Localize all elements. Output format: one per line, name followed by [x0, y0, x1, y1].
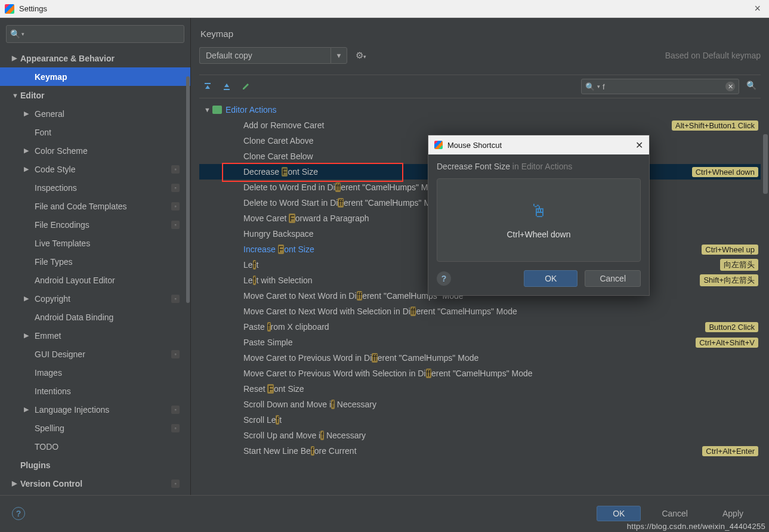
chevron-icon: ▶: [24, 165, 35, 173]
content-scrollbar[interactable]: [763, 134, 768, 194]
sidebar-item-label: Version Control: [20, 479, 171, 488]
chevron-down-icon[interactable]: ▼: [331, 47, 347, 64]
chevron-icon: ▶: [24, 332, 35, 339]
sidebar-item-file-types[interactable]: File Types: [0, 252, 190, 271]
sidebar-item-version-control[interactable]: ▶Version Control▫: [0, 474, 190, 493]
sidebar-item-appearance-behavior[interactable]: ▶Appearance & Behavior: [0, 49, 190, 67]
app-logo-icon: [434, 141, 443, 149]
sidebar-item-images[interactable]: Images: [0, 363, 190, 382]
edit-icon[interactable]: [240, 81, 252, 92]
shortcut-badge: Ctrl+Wheel down: [692, 167, 758, 177]
chevron-icon: ▶: [24, 406, 35, 413]
sidebar-item-general[interactable]: ▶General: [0, 104, 190, 123]
chevron-icon: ▶: [12, 54, 20, 62]
search-icon: 🔍: [10, 29, 20, 39]
dialog-ok-button[interactable]: OK: [524, 270, 577, 287]
sidebar-item-gui-designer[interactable]: GUI Designer▫: [0, 345, 190, 363]
sidebar-item-color-scheme[interactable]: ▶Color Scheme: [0, 141, 190, 160]
sidebar-item-intentions[interactable]: Intentions: [0, 382, 190, 400]
sidebar-item-inspections[interactable]: Inspections▫: [0, 178, 190, 197]
shortcut-badge: 向左箭头: [720, 259, 758, 271]
action-row[interactable]: Scroll Left: [199, 412, 761, 428]
ok-button[interactable]: OK: [597, 506, 641, 521]
sidebar-item-todo[interactable]: TODO: [0, 437, 190, 456]
sidebar-item-spelling[interactable]: Spelling▫: [0, 419, 190, 437]
sidebar-scrollbar[interactable]: [186, 76, 190, 303]
sidebar-item-label: Plugins: [20, 460, 190, 470]
settings-tree[interactable]: ▶Appearance & BehaviorKeymap▼Editor▶Gene…: [0, 47, 190, 495]
sidebar-item-android-data-binding[interactable]: Android Data Binding: [0, 308, 190, 326]
watermark-text: https://blog.csdn.net/weixin_44404255: [627, 522, 765, 531]
chevron-icon: ▶: [12, 480, 20, 487]
find-by-shortcut-icon[interactable]: 🔍: [746, 81, 758, 92]
action-row[interactable]: Add or Remove CaretAlt+Shift+Button1 Cli…: [199, 117, 761, 133]
sidebar-item-label: File Encodings: [35, 220, 171, 230]
sidebar-item-language-injections[interactable]: ▶Language Injections▫: [0, 400, 190, 419]
sidebar-item-file-and-code-templates[interactable]: File and Code Templates▫: [0, 197, 190, 215]
chevron-icon: ▼: [12, 92, 20, 99]
based-on-label: Based on Default keymap: [665, 51, 761, 60]
sidebar-item-label: TODO: [35, 442, 190, 451]
chevron-down-icon: ▾: [597, 83, 600, 89]
svg-marker-1: [205, 85, 210, 89]
expand-all-icon[interactable]: [202, 81, 214, 92]
settings-search-input[interactable]: 🔍 ▾: [6, 25, 184, 43]
app-logo-icon: [5, 4, 14, 14]
window-close-button[interactable]: ×: [751, 2, 764, 15]
sidebar-item-copyright[interactable]: ▶Copyright▫: [0, 289, 190, 308]
dialog-close-button[interactable]: ✕: [635, 140, 643, 151]
sidebar-item-label: Editor: [20, 91, 190, 100]
collapse-all-icon[interactable]: [221, 81, 233, 92]
dialog-cancel-button[interactable]: Cancel: [585, 270, 641, 287]
shortcut-text: Ctrl+Wheel down: [507, 230, 571, 239]
sidebar-item-label: Images: [35, 368, 190, 378]
action-row[interactable]: Move Caret to Previous Word in Different…: [199, 350, 761, 366]
action-group-label: Editor Actions: [226, 105, 277, 115]
gear-icon[interactable]: ⚙▾: [353, 50, 369, 61]
action-row[interactable]: Paste SimpleCtrl+Alt+Shift+V: [199, 335, 761, 350]
scope-badge-icon: ▫: [171, 165, 180, 174]
help-button[interactable]: ?: [12, 507, 25, 520]
sidebar-item-plugins[interactable]: Plugins: [0, 456, 190, 474]
sidebar-item-label: File Types: [35, 257, 190, 267]
action-row[interactable]: Paste from X clipboardButton2 Click: [199, 319, 761, 335]
action-row[interactable]: Scroll Up and Move if Necessary: [199, 428, 761, 443]
sidebar-item-keymap[interactable]: Keymap: [0, 67, 190, 86]
sidebar-item-font[interactable]: Font: [0, 123, 190, 141]
action-label: Scroll Up and Move if Necessary: [243, 431, 761, 440]
keymap-toolbar: 🔍 ▾ ✕ 🔍: [199, 75, 761, 98]
action-row[interactable]: Reset Font Size: [199, 381, 761, 397]
sidebar-item-file-encodings[interactable]: File Encodings▫: [0, 215, 190, 234]
keymap-scheme-combo[interactable]: Default copy ▼: [199, 47, 347, 64]
sidebar-item-label: Emmet: [35, 331, 190, 341]
settings-sidebar: 🔍 ▾ ▶Appearance & BehaviorKeymap▼Editor▶…: [0, 18, 191, 495]
sidebar-item-android-layout-editor[interactable]: Android Layout Editor: [0, 271, 190, 289]
action-row[interactable]: Move Caret to Next Word with Selection i…: [199, 304, 761, 319]
sidebar-item-live-templates[interactable]: Live Templates: [0, 234, 190, 252]
scope-badge-icon: ▫: [171, 350, 180, 358]
sidebar-item-code-style[interactable]: ▶Code Style▫: [0, 160, 190, 178]
sidebar-item-editor[interactable]: ▼Editor: [0, 86, 190, 104]
mouse-shortcut-dialog: Mouse Shortcut ✕ Decrease Font Size in E…: [428, 135, 650, 296]
cancel-button[interactable]: Cancel: [648, 506, 702, 521]
clear-filter-button[interactable]: ✕: [725, 82, 735, 91]
action-row[interactable]: Move Caret to Previous Word with Selecti…: [199, 366, 761, 381]
action-group-row[interactable]: ▼ Editor Actions: [199, 102, 761, 117]
action-row[interactable]: Scroll Down and Move if Necessary: [199, 397, 761, 412]
sidebar-item-label: Android Data Binding: [35, 313, 190, 322]
sidebar-item-label: File and Code Templates: [35, 202, 171, 211]
action-filter-input[interactable]: 🔍 ▾ ✕: [581, 79, 739, 94]
window-title: Settings: [19, 4, 751, 13]
dialog-help-button[interactable]: ?: [437, 271, 451, 286]
filter-text[interactable]: [603, 82, 723, 91]
chevron-down-icon: ▼: [204, 106, 212, 113]
apply-button[interactable]: Apply: [709, 506, 757, 521]
sidebar-item-emmet[interactable]: ▶Emmet: [0, 326, 190, 345]
action-label: Move Caret to Previous Word in Different…: [243, 353, 761, 363]
scope-badge-icon: ▫: [171, 406, 180, 414]
shortcut-preview-area[interactable]: 🖱 Ctrl+Wheel down: [437, 178, 641, 262]
dialog-titlebar[interactable]: Mouse Shortcut ✕: [428, 135, 649, 154]
sidebar-item-label: General: [35, 109, 190, 119]
action-row[interactable]: Start New Line Before CurrentCtrl+Alt+En…: [199, 443, 761, 459]
action-label: Start New Line Before Current: [243, 446, 702, 456]
